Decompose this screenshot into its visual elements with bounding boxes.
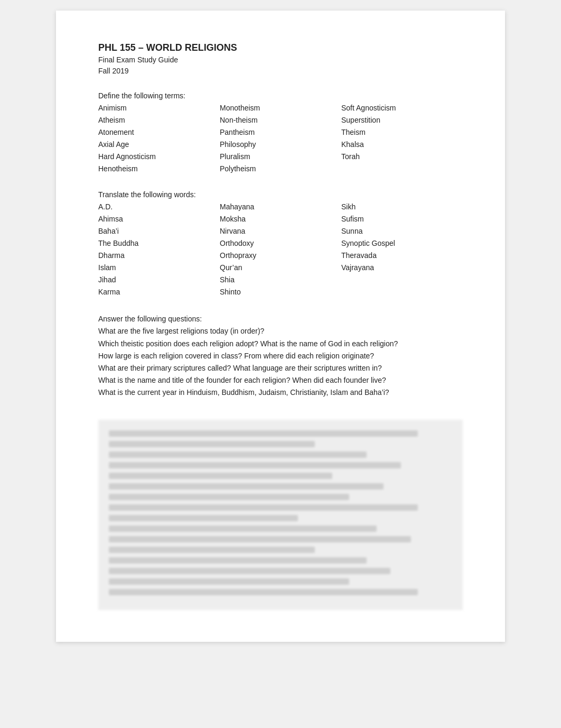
translate-term: Synoptic Gospel (341, 237, 463, 250)
translate-section: Translate the following words: A.D.Ahims… (98, 190, 463, 299)
define-term: Khalsa (341, 139, 463, 151)
document-page: PHL 155 – WORLD RELIGIONS Final Exam Stu… (56, 11, 505, 642)
define-col3: Soft AgnosticismSuperstitionTheismKhalsa… (341, 102, 463, 176)
questions-section: Answer the following questions: What are… (98, 313, 463, 399)
define-term: Theism (341, 126, 463, 139)
define-term: Monotheism (220, 102, 341, 114)
translate-term: Sunna (341, 225, 463, 237)
translate-term: Mahayana (220, 201, 341, 213)
translate-term: Karma (98, 286, 220, 298)
define-header: Define the following terms: (98, 91, 463, 100)
translate-col2: MahayanaMokshaNirvanaOrthodoxyOrthopraxy… (220, 201, 341, 299)
translate-term: Orthopraxy (220, 250, 341, 262)
translate-header: Translate the following words: (98, 190, 463, 199)
question-item: How large is each religion covered in cl… (98, 350, 463, 362)
define-term: Torah (341, 151, 463, 163)
translate-term: Nirvana (220, 225, 341, 237)
define-term: Hard Agnosticism (98, 151, 220, 163)
define-section: Define the following terms: AnimismAthei… (98, 91, 463, 176)
translate-term: Sufism (341, 213, 463, 225)
questions-list: What are the five largest religions toda… (98, 325, 463, 399)
define-term: Henotheism (98, 163, 220, 175)
page-title: PHL 155 – WORLD RELIGIONS (98, 42, 463, 53)
define-col1: AnimismAtheismAtonementAxial AgeHard Agn… (98, 102, 220, 176)
page-subtitle2: Fall 2019 (98, 66, 463, 77)
define-term: Soft Agnosticism (341, 102, 463, 114)
define-col2: MonotheismNon-theismPantheismPhilosophyP… (220, 102, 341, 176)
translate-col3: SikhSufismSunnaSynoptic GospelTheravadaV… (341, 201, 463, 299)
translate-term: Orthodoxy (220, 237, 341, 250)
translate-term: Ahimsa (98, 213, 220, 225)
translate-term: Moksha (220, 213, 341, 225)
translate-term: Dharma (98, 250, 220, 262)
question-item: What is the current year in Hinduism, Bu… (98, 386, 463, 399)
translate-term: Sikh (341, 201, 463, 213)
page-subtitle1: Final Exam Study Guide (98, 54, 463, 66)
blurred-content (98, 420, 463, 610)
define-term: Superstition (341, 114, 463, 126)
define-term: Animism (98, 102, 220, 114)
define-term: Axial Age (98, 139, 220, 151)
translate-term: Jihad (98, 274, 220, 286)
questions-header: Answer the following questions: (98, 313, 463, 325)
translate-term: Baha’i (98, 225, 220, 237)
question-item: What are their primary scriptures called… (98, 362, 463, 374)
define-term: Pluralism (220, 151, 341, 163)
question-item: What is the name and title of the founde… (98, 374, 463, 386)
translate-term: Shinto (220, 286, 341, 298)
define-term: Philosophy (220, 139, 341, 151)
translate-term: A.D. (98, 201, 220, 213)
define-term: Atheism (98, 114, 220, 126)
translate-term: The Buddha (98, 237, 220, 250)
translate-term: Qur’an (220, 262, 341, 274)
translate-terms-grid: A.D.AhimsaBaha’iThe BuddhaDharmaIslamJih… (98, 201, 463, 299)
question-item: Which theistic position does each religi… (98, 338, 463, 350)
define-term: Non-theism (220, 114, 341, 126)
question-item: What are the five largest religions toda… (98, 325, 463, 337)
translate-col1: A.D.AhimsaBaha’iThe BuddhaDharmaIslamJih… (98, 201, 220, 299)
translate-term: Shia (220, 274, 341, 286)
define-terms-grid: AnimismAtheismAtonementAxial AgeHard Agn… (98, 102, 463, 176)
translate-term: Islam (98, 262, 220, 274)
define-term: Pantheism (220, 126, 341, 139)
translate-term: Theravada (341, 250, 463, 262)
translate-term: Vajrayana (341, 262, 463, 274)
define-term: Polytheism (220, 163, 341, 175)
define-term: Atonement (98, 126, 220, 139)
